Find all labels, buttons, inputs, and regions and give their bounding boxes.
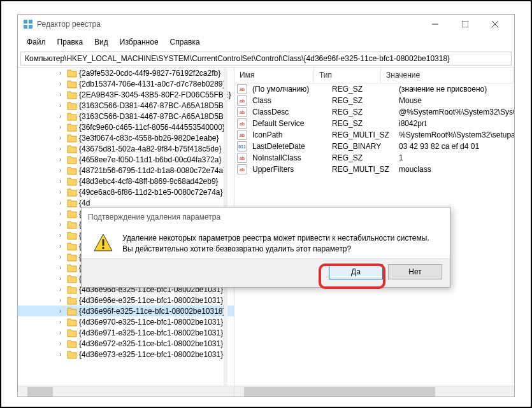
value-type-icon: ab [237,130,247,140]
expander-icon[interactable]: › [56,275,65,282]
list-row[interactable]: abClassDescREG_SZ@%SystemRoot%\System32\… [234,106,514,118]
value-data: mouclass [396,165,514,174]
window-title: Редактор реестра [37,20,421,29]
address-bar[interactable]: Компьютер\HKEY_LOCAL_MACHINE\SYSTEM\Curr… [20,52,512,66]
tree-label: {48d3ebc4-4cf8-48ff-b869-9c68ad42eb9} [79,177,219,186]
tree-item[interactable]: ›{4d36e970-e325-11ce-bfc1-08002be1031} [18,316,234,327]
value-type-icon: ab [237,95,247,106]
col-header-value[interactable]: Значение [381,67,514,83]
list-hscrollbar[interactable] [234,386,514,397]
svg-rect-9 [103,239,104,246]
tree-label: {3163C566-D381-4467-87BC-A65A18D5B} [79,112,226,121]
expander-icon[interactable]: › [56,199,65,206]
minimize-button[interactable] [421,15,449,33]
expander-icon[interactable]: › [56,351,65,358]
expander-icon[interactable]: › [56,264,65,271]
list-row[interactable]: ab(По умолчанию)REG_SZ(значение не присв… [234,83,514,95]
tree-label: {49ce6ac8-6f86-11d2-b1e5-0080c72e74a} [79,188,223,197]
titlebar: Редактор реестра [18,15,514,34]
tree-item[interactable]: ›{4d36e96e-e325-11ce-bfc1-08002be1031} [18,295,234,306]
dialog-title: Подтверждение удаления параметра [82,208,450,227]
menu-item[interactable]: Избранное [115,35,164,49]
expander-icon[interactable]: › [56,210,65,217]
expander-icon[interactable]: › [56,340,65,347]
no-button[interactable]: Нет [388,264,442,279]
list-row[interactable]: abNoInstallClassREG_SZ1 [234,152,514,164]
tree-item[interactable]: ›{3e3f0674-c83c-4558-bb26-9820e1eabe} [18,132,234,143]
tree-hscrollbar[interactable] [18,386,234,397]
tree-item[interactable]: ›{49ce6ac8-6f86-11d2-b1e5-0080c72e74a} [18,186,234,197]
expander-icon[interactable]: › [56,91,65,98]
tree-item[interactable]: ›{43675d81-502a-4a82-9f84-b75f418c5de} [18,143,234,154]
expander-icon[interactable]: › [56,102,65,109]
expander-icon[interactable]: › [56,123,65,130]
tree-item[interactable]: ›{36fc9e60-c465-11cf-8056-444553540000} [18,122,234,132]
warning-icon [93,233,113,253]
expander-icon[interactable]: › [56,221,65,228]
col-header-name[interactable]: Имя [234,67,314,83]
menu-item[interactable]: Справка [165,35,205,49]
tree-item[interactable]: ›{4d36e972-e325-11ce-bfc1-08002be1031} [18,338,234,349]
value-data: @%SystemRoot%\System32\SysCla [396,108,514,116]
tree-label: {4d36e972-e325-11ce-bfc1-08002be1031} [79,339,223,348]
tree-label: {4d36e973-e325-11ce-bfc1-08002be1031} [79,350,223,359]
tree-item[interactable]: ›{2a9fe532-0cdc-44f9-9827-76192f2ca2fb} [18,67,234,78]
list-row[interactable]: abClassREG_SZMouse [234,95,514,106]
menu-item[interactable]: Вид [89,35,113,49]
expander-icon[interactable]: › [56,134,65,141]
expander-icon[interactable]: › [56,286,65,293]
expander-icon[interactable]: › [56,307,65,314]
tree-label: {4d36e96f-e325-11ce-bfc1-08002be10318} [79,307,226,316]
maximize-button[interactable] [450,15,479,33]
list-row[interactable]: 011LastDeleteDateREG_BINARY03 42 93 82 c… [234,141,514,152]
value-data: Mouse [396,96,514,105]
value-data: (значение не присвоено) [396,85,514,94]
expander-icon[interactable]: › [56,329,65,336]
list-row[interactable]: abUpperFiltersREG_MULTI_SZmouclass [234,164,514,175]
tree-item[interactable]: ›{48721b56-6795-11d2-b1a8-0080c72e74a} [18,165,234,176]
menu-item[interactable]: Файл [22,35,51,49]
value-name: UpperFilters [250,165,329,174]
tree-item[interactable]: ›{2db15374-706e-4131-a0c7-d7c78eb0289} [18,78,234,89]
tree-item[interactable]: ›{4d36e973-e325-11ce-bfc1-08002be1031} [18,349,234,360]
col-header-type[interactable]: Тип [314,67,381,83]
expander-icon[interactable]: › [56,243,65,250]
value-name: NoInstallClass [250,153,329,162]
value-type-icon: ab [237,84,247,94]
value-type: REG_SZ [329,119,396,128]
menu-item[interactable]: Правка [52,35,89,49]
close-button[interactable] [480,15,509,33]
tree-item[interactable]: ›{4d36e971-e325-11ce-bfc1-08002be1031} [18,327,234,338]
svg-rect-0 [24,20,27,24]
expander-icon[interactable]: › [56,188,65,195]
expander-icon[interactable]: › [56,145,65,152]
value-name: Default Service [250,119,329,128]
expander-icon[interactable]: › [56,253,65,260]
tree-item[interactable]: ›{48d3ebc4-4cf8-48ff-b869-9c68ad42eb9} [18,176,234,186]
value-type-icon: ab [237,164,247,174]
tree-item[interactable]: ›{3163C566-D381-4467-87BC-A65A18D5B} [18,111,234,122]
tree-item[interactable]: ›{4d36e96f-e325-11ce-bfc1-08002be10318} [18,306,234,316]
tree-item[interactable]: ›{2EA9B43F-3045-43B5-80F2-FD06C55FBE} [18,89,234,100]
expander-icon[interactable]: › [56,69,65,76]
svg-rect-2 [24,25,27,29]
value-name: IconPath [250,130,329,139]
yes-button[interactable]: Да [329,264,383,279]
value-data: 1 [396,153,514,162]
expander-icon[interactable]: › [56,167,65,174]
expander-icon[interactable]: › [56,232,65,239]
list-row[interactable]: abIconPathREG_MULTI_SZ%SystemRoot%\Syste… [234,129,514,141]
tree-label: {48721b56-6795-11d2-b1a8-0080c72e74a} [79,166,226,175]
value-name: ClassDesc [250,108,329,116]
svg-rect-5 [462,21,468,27]
tree-item[interactable]: ›{3163C566-D381-4467-87BC-A65A18D5B} [18,100,234,111]
list-row[interactable]: abDefault ServiceREG_SZi8042prt [234,118,514,129]
expander-icon[interactable]: › [56,318,65,325]
expander-icon[interactable]: › [56,178,65,185]
tree-label: {2db15374-706e-4131-a0c7-d7c78eb0289} [79,80,226,88]
expander-icon[interactable]: › [56,113,65,120]
tree-item[interactable]: ›{4658ee7e-f050-11d1-b6bd-00c04fa372a} [18,154,234,165]
expander-icon[interactable]: › [56,80,65,87]
expander-icon[interactable]: › [56,156,65,163]
expander-icon[interactable]: › [56,297,65,304]
